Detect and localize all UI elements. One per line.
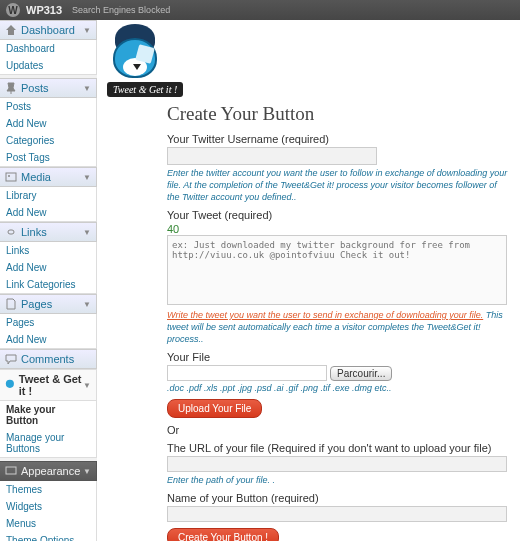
menu-comments[interactable]: Comments [0,349,97,369]
tweet-help: Write the tweet you want the user to sen… [167,309,510,345]
plugin-logo: Tweet & Get it ! [107,24,510,97]
sidebar-item-post-tags[interactable]: Post Tags [0,149,96,166]
bird-icon [5,379,15,391]
button-name-input[interactable] [167,506,507,522]
name-label: Name of your Button (required) [167,492,510,504]
sidebar-item-manage-buttons[interactable]: Manage your Buttons [0,429,96,457]
appearance-icon [5,465,17,477]
url-label: The URL of your file (Required if you do… [167,442,510,454]
sidebar-item-widgets[interactable]: Widgets [0,498,96,515]
file-input[interactable] [167,365,327,381]
sidebar-item-link-categories[interactable]: Link Categories [0,276,96,293]
menu-label: Posts [21,82,49,94]
bird-icon [107,24,163,80]
chevron-down-icon: ▼ [83,381,91,390]
username-label: Your Twitter Username (required) [167,133,510,145]
pin-icon [5,82,17,94]
sidebar-item-library[interactable]: Library [0,187,96,204]
browse-button[interactable]: Parcourir... [330,366,392,381]
username-input[interactable] [167,147,377,165]
admin-sidebar: Dashboard ▼ Dashboard Updates Posts ▼ Po… [0,20,97,541]
url-help: Enter the path of your file. . [167,474,510,486]
svg-rect-0 [6,173,16,181]
chevron-down-icon: ▼ [83,173,91,182]
menu-label: Pages [21,298,52,310]
create-button[interactable]: Create Your Button ! [167,528,279,541]
menu-appearance[interactable]: Appearance ▼ [0,461,97,481]
submenu-media: Library Add New [0,187,97,222]
sidebar-item-categories[interactable]: Categories [0,132,96,149]
page-title: Create Your Button [167,103,510,125]
sidebar-item-pages[interactable]: Pages [0,314,96,331]
submenu-tweet: Make your Button Manage your Buttons [0,401,97,458]
wordpress-logo-icon[interactable]: W [6,3,20,17]
create-button-form: Your Twitter Username (required) Enter t… [167,133,510,541]
file-label: Your File [167,351,510,363]
svg-point-1 [8,175,10,177]
url-input[interactable] [167,456,507,472]
page-icon [5,298,17,310]
tweet-help-warn: Write the tweet you want the user to sen… [167,310,483,320]
admin-bar: W WP313 Search Engines Blocked [0,0,520,20]
sidebar-item-themes[interactable]: Themes [0,481,96,498]
submenu-dashboard: Dashboard Updates [0,40,97,75]
menu-posts[interactable]: Posts ▼ [0,78,97,98]
file-extensions: .doc .pdf .xls .ppt .jpg .psd .ai .gif .… [167,383,510,393]
media-icon [5,171,17,183]
plugin-badge: Tweet & Get it ! [107,82,183,97]
sidebar-item-add-new[interactable]: Add New [0,204,96,221]
link-icon [5,226,17,238]
chevron-down-icon: ▼ [83,467,91,476]
submenu-pages: Pages Add New [0,314,97,349]
chevron-down-icon: ▼ [83,300,91,309]
tweet-label: Your Tweet (required) [167,209,510,221]
main-content: Tweet & Get it ! Create Your Button Your… [97,20,520,541]
or-label: Or [167,424,510,436]
sidebar-item-add-new[interactable]: Add New [0,115,96,132]
svg-rect-3 [6,467,16,474]
submenu-appearance: Themes Widgets Menus Theme Options Edito… [0,481,97,541]
sidebar-item-menus[interactable]: Menus [0,515,96,532]
menu-label: Dashboard [21,24,75,36]
chevron-down-icon: ▼ [83,228,91,237]
upload-file-button[interactable]: Upload Your File [167,399,262,418]
chevron-down-icon: ▼ [83,84,91,93]
sidebar-item-dashboard[interactable]: Dashboard [0,40,96,57]
tweet-textarea[interactable] [167,235,507,305]
tweet-char-count: 40 [167,223,510,235]
site-title[interactable]: WP313 [26,4,62,16]
menu-label: Comments [21,353,74,365]
chevron-down-icon: ▼ [83,26,91,35]
menu-pages[interactable]: Pages ▼ [0,294,97,314]
menu-label: Tweet & Get it ! [19,373,83,397]
home-icon [5,24,17,36]
sidebar-item-updates[interactable]: Updates [0,57,96,74]
menu-media[interactable]: Media ▼ [0,167,97,187]
sidebar-item-add-new[interactable]: Add New [0,331,96,348]
sidebar-item-links[interactable]: Links [0,242,96,259]
menu-label: Appearance [21,465,80,477]
username-help: Enter the twitter account you want the u… [167,167,510,203]
sidebar-item-theme-options[interactable]: Theme Options [0,532,96,541]
sidebar-item-posts[interactable]: Posts [0,98,96,115]
sidebar-item-add-new[interactable]: Add New [0,259,96,276]
submenu-links: Links Add New Link Categories [0,242,97,294]
menu-label: Media [21,171,51,183]
menu-label: Links [21,226,47,238]
menu-tweet-get-it[interactable]: Tweet & Get it ! ▼ [0,369,97,401]
menu-dashboard[interactable]: Dashboard ▼ [0,20,97,40]
comment-icon [5,353,17,365]
sidebar-item-make-button[interactable]: Make your Button [0,401,96,429]
menu-links[interactable]: Links ▼ [0,222,97,242]
submenu-posts: Posts Add New Categories Post Tags [0,98,97,167]
svg-point-2 [6,380,14,388]
search-engines-blocked[interactable]: Search Engines Blocked [72,5,170,15]
